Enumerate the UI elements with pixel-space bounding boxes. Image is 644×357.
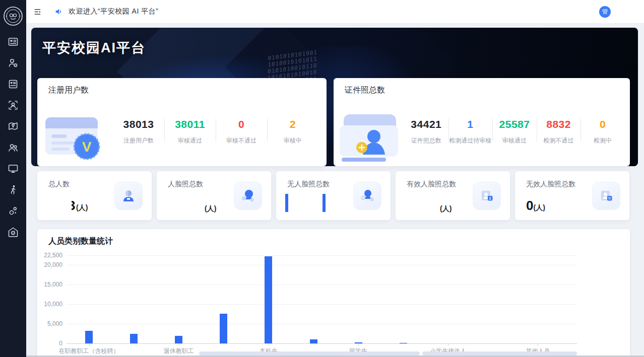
x-axis-tick	[358, 344, 359, 346]
stat-label: 审核通过	[492, 136, 537, 145]
card-title: 证件照总数	[345, 85, 385, 96]
grid-line	[67, 304, 577, 305]
face-photo-icon	[234, 182, 262, 210]
bubbles-icon	[7, 205, 19, 217]
clipped-digit: 3	[72, 198, 76, 213]
user-avatar[interactable]: 管	[599, 6, 611, 18]
id-card-icon	[7, 36, 19, 48]
no-face-photo-icon	[353, 182, 381, 210]
bar	[130, 334, 138, 343]
stat-item: 1检测通过待审核	[448, 116, 493, 145]
platform-title: 平安校园AI平台	[42, 39, 146, 57]
stat-item: 38011审核通过	[164, 116, 216, 145]
bar	[355, 342, 362, 343]
value-unit: (人)	[76, 203, 88, 212]
monitor-icon	[7, 163, 19, 175]
stat-item: 8832检测不通过	[537, 116, 581, 145]
summary-value: 3(人)	[72, 198, 88, 213]
y-axis-label: 0	[37, 340, 62, 347]
stat-value: 38013	[113, 118, 164, 130]
value-number: 0	[526, 198, 533, 213]
sidebar	[0, 0, 26, 357]
grid-line	[67, 284, 577, 285]
loading-digit-cursor	[285, 194, 288, 212]
x-axis-tick	[538, 344, 538, 346]
user-group-icon	[7, 141, 19, 154]
stat-label: 注册用户数	[113, 136, 164, 145]
card-title: 注册用户数	[48, 85, 89, 96]
svg-text:V: V	[82, 139, 92, 155]
bar	[265, 256, 272, 343]
stat-value: 34421	[404, 118, 448, 130]
summary-title: 无效人脸照总数	[526, 180, 575, 189]
menu-collapse-icon[interactable]	[31, 5, 44, 18]
valid-face-photo-icon	[473, 182, 501, 210]
sidebar-menu	[0, 31, 26, 243]
summary-title: 人脸照总数	[168, 180, 203, 189]
top-header: 欢迎进入“平安校园 AI 平台” 管	[26, 0, 644, 24]
x-axis-tick	[269, 344, 269, 346]
grid-line	[67, 265, 577, 265]
value-unit: (人)	[440, 204, 452, 213]
face-scan-icon	[7, 99, 19, 111]
y-axis-label: 5,000	[37, 320, 62, 327]
sidebar-item-pedestrian-icon[interactable]	[0, 179, 26, 200]
x-axis-tick	[448, 344, 448, 346]
welcome-text: 欢迎进入“平安校园 AI 平台”	[69, 7, 158, 16]
x-axis-tick	[179, 344, 179, 346]
horizontal-scrollbar-thumb[interactable]	[422, 351, 577, 355]
summary-card-invalid-face-photo: 无效人脸照总数0(人)	[515, 171, 629, 220]
summary-value: (人)	[440, 204, 452, 213]
sidebar-item-map-location-icon[interactable]	[0, 116, 26, 137]
stat-label: 检测通过待审核	[448, 136, 493, 145]
safe-campus-dashboard: 欢迎进入“平安校园 AI 平台” 管 0101010101001 1010010…	[0, 0, 644, 357]
stat-item: 2审核中	[267, 116, 318, 145]
invalid-face-photo-icon	[592, 182, 620, 210]
chart-title: 人员类别数量统计	[48, 236, 113, 247]
x-axis-label: 在职教职工（含校聘）	[59, 347, 119, 355]
y-axis-label: 10,000	[37, 301, 62, 308]
stat-label: 证件照总数	[404, 136, 448, 145]
stat-value: 0	[581, 118, 625, 130]
person-category-chart-card: 人员类别数量统计 22,50020,00015,00010,0005,0000在…	[37, 229, 630, 357]
x-axis-tick	[89, 344, 90, 346]
bar	[400, 343, 407, 343]
stat-item: 25587审核通过	[492, 116, 537, 145]
stat-item: 0检测中	[581, 116, 625, 145]
bar	[310, 339, 317, 343]
y-axis-label: 20,000	[37, 261, 62, 268]
bar	[220, 314, 227, 343]
smart-home-icon	[7, 226, 19, 238]
grid-line	[67, 255, 577, 256]
stat-row: 38013注册用户数38011审核通过0审核不通过2审核中	[113, 116, 318, 145]
summary-card-face-photo: 人脸照总数(人)	[157, 171, 271, 220]
total-people-icon	[114, 182, 143, 210]
sidebar-item-face-scan-icon[interactable]	[0, 95, 26, 116]
map-location-icon	[7, 120, 19, 132]
sidebar-item-smart-home-icon[interactable]	[0, 222, 26, 243]
grid-line	[67, 324, 577, 324]
stat-value: 8832	[537, 118, 581, 130]
stat-label: 检测不通过	[537, 136, 581, 145]
y-axis-label: 22,500	[37, 252, 62, 259]
loading-digit-cursor	[323, 194, 326, 212]
photo-person-icon	[337, 110, 407, 165]
stat-value: 2	[267, 118, 318, 130]
summary-card-total-people: 总人数3(人)	[37, 171, 152, 220]
stat-row: 34421证件照总数1检测通过待审核25587审核通过8832检测不通过0检测中	[404, 116, 625, 145]
sidebar-item-id-card-icon[interactable]	[0, 31, 26, 52]
stat-item: 34421证件照总数	[404, 116, 448, 145]
sidebar-item-monitor-icon[interactable]	[0, 158, 26, 179]
summary-card-no-face-photo: 无人脸照总数	[276, 171, 391, 220]
stat-value: 38011	[164, 118, 216, 130]
horizontal-scrollbar-thumb[interactable]	[199, 351, 420, 355]
value-unit: (人)	[205, 204, 216, 213]
stat-item: 0审核不通过	[216, 116, 267, 145]
sidebar-item-bubbles-icon[interactable]	[0, 200, 26, 222]
stat-card-registered-users: 注册用户数V38013注册用户数38011审核通过0审核不通过2审核中	[37, 78, 327, 166]
sidebar-item-user-settings-icon[interactable]	[0, 52, 26, 74]
stat-label: 检测中	[581, 136, 625, 145]
sidebar-item-document-icon[interactable]	[0, 74, 26, 95]
sidebar-item-user-group-icon[interactable]	[0, 137, 26, 158]
summary-title: 无人脸照总数	[287, 180, 330, 189]
